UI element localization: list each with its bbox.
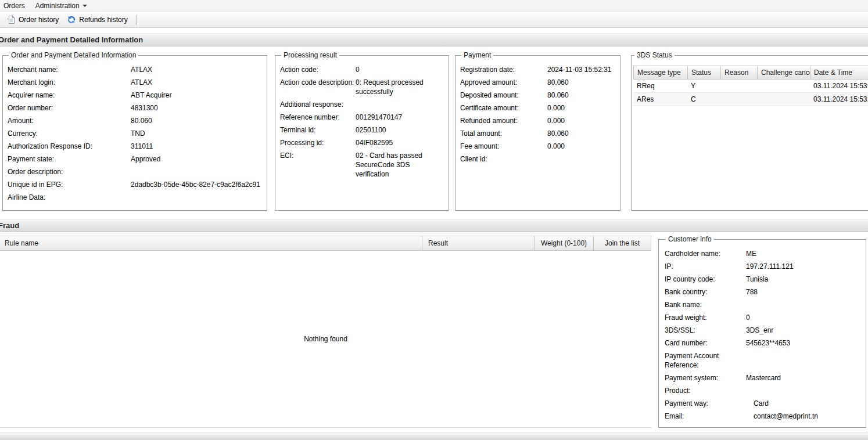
field-label: Currency: — [8, 129, 131, 138]
field-label: Card number: — [665, 338, 746, 348]
field-row: IP country code: Tunisia — [665, 275, 861, 284]
panel-order-info-legend: Order and Payment Detailed Information — [9, 51, 138, 59]
payment-rows: Registration date: 2024-11-03 15:52:31 A… — [460, 65, 615, 164]
field-row: Payment way: Card — [665, 399, 861, 408]
field-label: Authorization Response ID: — [8, 142, 131, 151]
chevron-down-icon — [83, 5, 87, 7]
menu-orders[interactable]: Orders — [0, 0, 30, 11]
field-row: Bank name: — [665, 300, 861, 309]
field-value: 001291470147 — [356, 113, 444, 122]
fraud-table-header-cell[interactable]: Join the list — [594, 236, 651, 250]
field-value: TND — [131, 129, 262, 138]
field-row: Merchant login: ATLAX — [8, 78, 262, 87]
field-value: 80.060 — [547, 78, 615, 87]
field-label: Acquirer name: — [8, 91, 131, 100]
field-value — [746, 386, 861, 395]
fraud-table-header-cell[interactable]: Result — [422, 236, 535, 250]
field-value: ATLAX — [131, 65, 262, 74]
panel-payment-legend: Payment — [461, 51, 493, 59]
field-row: Acquirer name: ABT Acquirer — [8, 91, 262, 100]
order-history-label: Order history — [19, 16, 59, 24]
field-value: 545623**4653 — [746, 338, 861, 348]
menu-administration-label: Administration — [35, 2, 80, 10]
field-label: Email: — [665, 412, 746, 421]
panel-processing-result-legend: Processing result — [281, 51, 339, 59]
field-row: Amount: 80.060 — [8, 116, 262, 125]
panel-payment: Payment Registration date: 2024-11-03 15… — [455, 51, 620, 211]
field-label: 3DS/SSL: — [665, 326, 746, 335]
section-header-fraud-label: Fraud — [0, 221, 19, 230]
3ds-table-header-cell[interactable]: Message type — [634, 66, 688, 79]
field-row: Unique id in EPG: 2dadbc3b-05de-45bc-82e… — [8, 180, 262, 189]
field-value: 0 — [746, 313, 861, 322]
section-header-fraud: Fraud — [0, 219, 868, 232]
panel-customer-info: Customer info Cardholder name: ME IP: 19… — [658, 235, 866, 428]
field-row: Email: contact@medprint.tn — [665, 412, 861, 421]
field-value: 0.000 — [547, 103, 615, 113]
field-label: Deposited amount: — [460, 91, 547, 100]
field-label: Order number: — [8, 103, 131, 113]
field-value: 0.000 — [547, 142, 615, 151]
field-row: Reference number: 001291470147 — [280, 113, 444, 122]
field-value — [356, 100, 444, 109]
field-row: Bank country: 788 — [665, 287, 861, 297]
order-history-button[interactable]: Order history — [2, 13, 63, 26]
field-value: 0 — [356, 65, 444, 74]
field-value: 197.27.111.121 — [746, 262, 861, 271]
field-label: Merchant login: — [8, 78, 131, 87]
field-label: Fee amount: — [460, 142, 547, 151]
3ds-cell-date-time: 03.11.2024 15:53:3 — [810, 80, 868, 92]
3ds-status-table: Message type Status Reason Challenge can… — [633, 66, 868, 106]
panel-order-info: Order and Payment Detailed Information M… — [2, 51, 267, 211]
field-label: Amount: — [8, 116, 131, 125]
3ds-table-header-cell[interactable]: Reason — [721, 66, 758, 79]
field-value: 80.060 — [547, 91, 615, 100]
field-label: Payment Account Reference: — [665, 351, 746, 370]
3ds-cell-reason — [720, 93, 757, 106]
field-row: Payment system: Mastercard — [665, 373, 861, 383]
field-row: Merchant name: ATLAX — [8, 65, 262, 74]
refund-arrow-icon — [67, 15, 76, 24]
field-row: Registration date: 2024-11-03 15:52:31 — [460, 65, 615, 74]
field-label: Payment system: — [665, 373, 746, 383]
3ds-table-header-cell[interactable]: Challenge cancel — [758, 66, 810, 79]
empty-table-message: Nothing found — [304, 335, 347, 343]
field-value: Approved — [131, 154, 262, 164]
field-row: Deposited amount: 80.060 — [460, 91, 615, 100]
field-label: Refunded amount: — [460, 116, 547, 125]
field-label: Cardholder name: — [665, 249, 746, 258]
field-value: Tunisia — [746, 275, 861, 284]
field-row: 3DS/SSL: 3DS_enr — [665, 326, 861, 335]
field-label: Processing id: — [280, 138, 356, 147]
field-row: Terminal id: 02501100 — [280, 125, 444, 135]
customer-info-rows: Cardholder name: ME IP: 197.27.111.121 I… — [665, 249, 861, 421]
field-value: ME — [746, 249, 861, 258]
menu-orders-label: Orders — [3, 2, 25, 10]
field-row: Fraud weight: 0 — [665, 313, 861, 322]
field-row: Airline Data: — [8, 193, 262, 202]
field-label: Merchant name: — [8, 65, 131, 74]
refunds-history-label: Refunds history — [79, 16, 127, 24]
refunds-history-button[interactable]: Refunds history — [63, 13, 131, 26]
field-row: Additional response: — [280, 100, 444, 109]
field-value — [547, 154, 615, 164]
menu-administration[interactable]: Administration — [30, 0, 92, 11]
fraud-table-header-cell[interactable]: Rule name — [0, 236, 422, 250]
field-value: 311011 — [131, 142, 262, 151]
field-label: Airline Data: — [8, 193, 131, 202]
fraud-table-header-row: Rule name Result Weight (0-100) Join the… — [0, 236, 651, 251]
field-value: ABT Acquirer — [131, 91, 262, 100]
field-row: Product: — [665, 386, 861, 395]
3ds-table-header-cell[interactable]: Status — [688, 66, 721, 79]
3ds-table-header-cell[interactable]: Date & Time — [810, 66, 868, 79]
field-value: 788 — [746, 287, 861, 297]
fraud-table-header-cell[interactable]: Weight (0-100) — [535, 236, 594, 250]
table-row[interactable]: RReq Y 03.11.2024 15:53:3 — [633, 80, 868, 93]
field-value — [131, 193, 262, 202]
field-row: Total amount: 80.060 — [460, 129, 615, 138]
field-value: 0: Request processed successfully — [356, 78, 444, 96]
processing-result-rows: Action code: 0 Action code description: … — [280, 65, 444, 179]
table-row[interactable]: ARes C 03.11.2024 15:53:2 — [633, 93, 868, 106]
field-label: Certificate amount: — [460, 103, 547, 113]
panel-processing-result: Processing result Action code: 0 Action … — [275, 51, 449, 211]
